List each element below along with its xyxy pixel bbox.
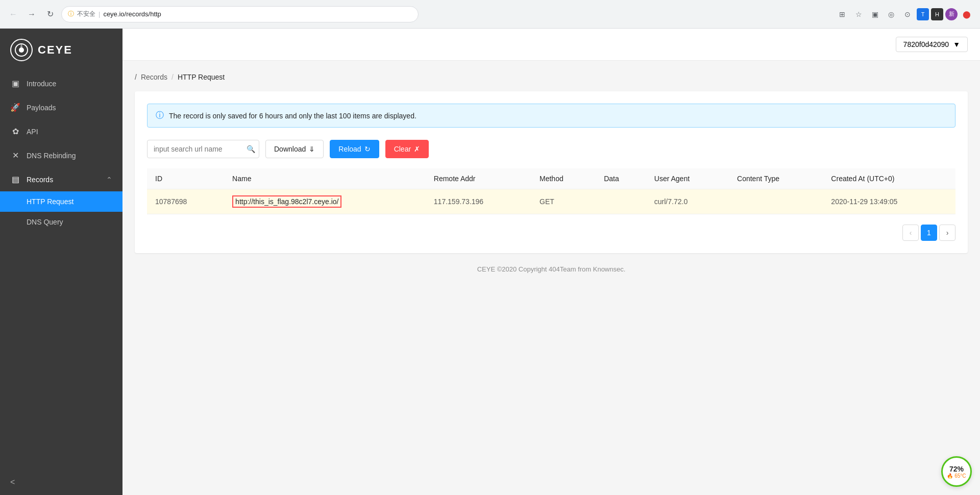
settings-circle-icon[interactable]: ◎ [884,7,898,21]
api-icon: ✿ [10,127,20,136]
reload-button[interactable]: ↻ [43,7,57,21]
security-label: 不安全 [77,10,95,18]
introduce-label: Introduce [27,80,56,88]
browser-chrome: ← → ↻ ⓘ 不安全 | ceye.io/records/http ⊞ ☆ ▣… [0,0,980,29]
records-section-label: Records [27,176,53,184]
perf-widget: 72% 🔥 65°C [941,456,972,487]
records-chevron-icon: ⌃ [106,176,112,184]
logo-icon [10,39,33,61]
search-button[interactable]: 🔍 [247,145,255,153]
col-data: Data [596,168,646,189]
prev-page-button[interactable]: ‹ [902,225,919,241]
cell-created-at: 2020-11-29 13:49:05 [823,189,955,214]
reload-button[interactable]: Reload ↻ [330,140,379,158]
browser-toolbar: ⊞ ☆ ▣ ◎ ⊙ T H 新 ⬤ [835,7,974,21]
url-text: ceye.io/records/http [103,10,161,18]
footer-text: CEYE ©2020 Copyright 404Team from Knowns… [477,265,626,273]
screenshot-icon[interactable]: ▣ [868,7,882,21]
breadcrumb-sep2: / [172,73,174,81]
main-content: 7820f0d42090 ▼ / Records / HTTP Request … [122,29,980,495]
info-banner: ⓘ The record is only saved for 6 hours a… [147,104,955,128]
clear-button[interactable]: Clear ✗ [385,140,429,158]
breadcrumb-current: HTTP Request [178,73,225,81]
http-request-label: HTTP Request [27,197,74,206]
logo-area: CEYE [0,29,122,71]
download-icon: ⇓ [309,145,315,153]
download-label: Download [274,145,306,153]
footer: CEYE ©2020 Copyright 404Team from Knowns… [135,253,968,285]
dns-rebinding-icon: ✕ [10,151,20,160]
dns-query-label: DNS Query [27,218,63,226]
breadcrumb-sep1: / [135,73,137,81]
app-container: CEYE ▣ Introduce 🚀 Payloads ✿ API ✕ DNS … [0,29,980,495]
ext2-icon[interactable]: H [931,8,943,20]
col-method: Method [531,168,596,189]
sidebar-item-http-request[interactable]: HTTP Request [0,191,122,212]
col-user-agent: User Agent [646,168,729,189]
search-input[interactable] [147,140,259,158]
extension-icon[interactable]: T [917,8,929,20]
col-remote-addr: Remote Addr [426,168,531,189]
download-button[interactable]: Download ⇓ [265,140,324,158]
breadcrumb-records-link[interactable]: Records [141,73,167,81]
cell-name: http://this_is_flag.98c2l7.ceye.io/ [224,189,426,214]
sidebar-item-introduce[interactable]: ▣ Introduce [0,71,122,95]
next-page-button[interactable]: › [939,225,955,241]
sidebar-collapse-btn[interactable]: < [0,469,122,495]
address-separator: | [99,10,100,18]
api-label: API [27,128,38,136]
page-content: / Records / HTTP Request ⓘ The record is… [122,61,980,298]
top-bar: 7820f0d42090 ▼ [122,29,980,61]
main-card: ⓘ The record is only saved for 6 hours a… [135,91,968,253]
nav-section: ▣ Introduce 🚀 Payloads ✿ API ✕ DNS Rebin… [0,71,122,232]
sidebar-item-api[interactable]: ✿ API [0,119,122,143]
camera-icon[interactable]: ⊙ [900,7,915,21]
perf-percent: 72% [949,465,964,473]
sidebar: CEYE ▣ Introduce 🚀 Payloads ✿ API ✕ DNS … [0,29,122,495]
cell-content-type [729,189,823,214]
address-bar[interactable]: ⓘ 不安全 | ceye.io/records/http [61,6,419,22]
cell-data [596,189,646,214]
table-row: 10787698http://this_is_flag.98c2l7.ceye.… [147,189,955,214]
col-name: Name [224,168,426,189]
payloads-icon: 🚀 [10,103,20,112]
dns-rebinding-label: DNS Rebinding [27,152,76,160]
logo-text: CEYE [38,43,72,57]
cell-id: 10787698 [147,189,224,214]
star-icon[interactable]: ☆ [851,7,866,21]
breadcrumb: / Records / HTTP Request [135,73,968,81]
name-cell-highlighted[interactable]: http://this_is_flag.98c2l7.ceye.io/ [232,195,341,208]
search-wrap: 🔍 [147,140,259,158]
collapse-icon: < [10,478,15,487]
info-icon: ⓘ [156,110,164,121]
forward-button[interactable]: → [24,7,39,21]
translate-icon[interactable]: ⊞ [835,7,849,21]
introduce-icon: ▣ [10,79,20,88]
toolbar: 🔍 Download ⇓ Reload ↻ Clear ✗ [147,140,955,158]
reload-label: Reload [338,145,361,153]
sidebar-item-dns-rebinding[interactable]: ✕ DNS Rebinding [0,143,122,167]
clear-icon: ✗ [414,145,420,153]
records-table: ID Name Remote Addr Method Data User Age… [147,168,955,214]
sidebar-item-dns-query[interactable]: DNS Query [0,212,122,232]
sidebar-records-section[interactable]: ▤ Records ⌃ [0,167,122,191]
perf-temp: 🔥 65°C [947,473,966,479]
records-icon: ▤ [10,175,20,184]
cell-remote-addr: 117.159.73.196 [426,189,531,214]
table-body: 10787698http://this_is_flag.98c2l7.ceye.… [147,189,955,214]
user-dropdown[interactable]: 7820f0d42090 ▼ [896,37,968,52]
cell-method: GET [531,189,596,214]
user-token: 7820f0d42090 [903,40,949,48]
user-avatar[interactable]: 新 [945,8,958,20]
pagination: ‹ 1 › [147,225,955,241]
notification-icon[interactable]: ⬤ [960,7,974,21]
cell-user-agent: curl/7.72.0 [646,189,729,214]
page-1-button[interactable]: 1 [921,225,937,241]
table-header: ID Name Remote Addr Method Data User Age… [147,168,955,189]
back-button[interactable]: ← [6,7,20,21]
payloads-label: Payloads [27,104,56,112]
clear-label: Clear [394,145,411,153]
dropdown-arrow-icon: ▼ [953,40,960,48]
sidebar-item-payloads[interactable]: 🚀 Payloads [0,95,122,119]
col-content-type: Content Type [729,168,823,189]
